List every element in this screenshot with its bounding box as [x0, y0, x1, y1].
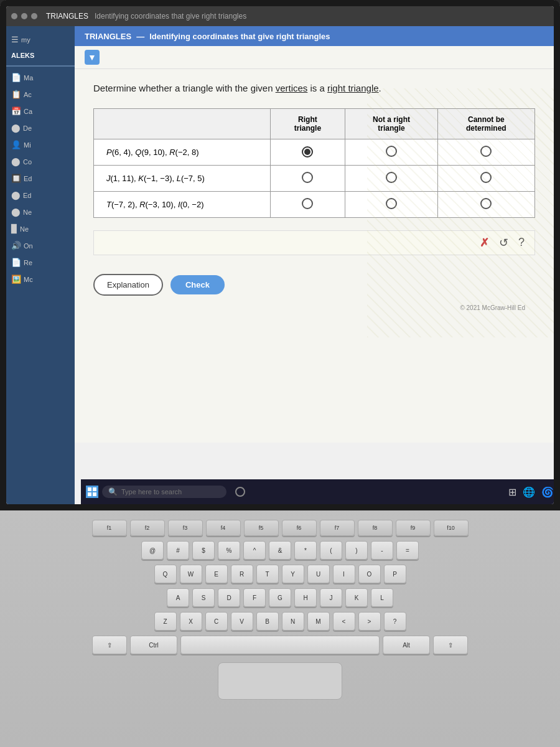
key-x[interactable]: X [180, 612, 202, 631]
key-r[interactable]: R [231, 565, 253, 583]
check-button[interactable]: Check [170, 275, 225, 294]
row3-cannot-cell[interactable] [437, 191, 534, 217]
radio-row1-right[interactable] [302, 146, 313, 157]
row1-right-cell[interactable] [270, 139, 345, 165]
row3-right-cell[interactable] [270, 191, 345, 217]
radio-row3-right[interactable] [302, 198, 313, 209]
key-t[interactable]: T [256, 565, 279, 583]
sidebar-item-leks[interactable]: ALEKS [6, 48, 75, 63]
sidebar-item-ma[interactable]: 📄 Ma [6, 69, 75, 86]
key-o[interactable]: O [358, 565, 381, 583]
taskbar-circle-icon[interactable] [235, 487, 245, 497]
key-f4[interactable]: f4 [206, 520, 241, 536]
windows-start-icon[interactable] [86, 486, 98, 498]
key-b[interactable]: B [256, 612, 279, 631]
radio-row2-cannot[interactable] [480, 172, 492, 183]
undo-icon[interactable]: ↺ [499, 236, 508, 250]
key-parenleft[interactable]: ( [320, 541, 342, 560]
key-j[interactable]: J [320, 588, 342, 607]
key-z[interactable]: Z [154, 612, 177, 631]
key-a[interactable]: A [167, 588, 189, 607]
key-f9[interactable]: f9 [396, 520, 431, 536]
key-f10[interactable]: f10 [434, 520, 469, 536]
key-shift-left[interactable]: ⇧ [92, 636, 127, 654]
key-d[interactable]: D [218, 588, 240, 607]
key-c[interactable]: C [205, 612, 228, 631]
key-caret[interactable]: ^ [243, 541, 266, 560]
sidebar-item-ed1[interactable]: 🔲 Ed [6, 170, 75, 187]
radio-row2-not-right[interactable] [386, 172, 397, 183]
key-lt[interactable]: < [333, 612, 355, 631]
key-u[interactable]: U [307, 565, 330, 583]
key-gt[interactable]: > [358, 612, 381, 631]
key-f6[interactable]: f6 [282, 520, 317, 536]
key-g[interactable]: G [269, 588, 291, 607]
key-f7[interactable]: f7 [320, 520, 355, 536]
key-minus[interactable]: - [371, 541, 393, 560]
row1-not-right-cell[interactable] [345, 139, 437, 165]
taskbar-search-box[interactable]: 🔍 [102, 486, 226, 498]
taskbar-edge-icon[interactable]: 🌀 [541, 486, 554, 498]
key-p[interactable]: P [384, 565, 406, 583]
key-space[interactable] [180, 636, 380, 654]
taskbar-search-input[interactable] [121, 488, 215, 496]
key-f3[interactable]: f3 [168, 520, 203, 536]
key-f5[interactable]: f5 [244, 520, 279, 536]
key-k[interactable]: K [345, 588, 368, 607]
key-l[interactable]: L [371, 588, 393, 607]
key-s[interactable]: S [192, 588, 215, 607]
key-ctrl[interactable]: Ctrl [130, 636, 177, 654]
key-shift-right[interactable]: ⇧ [433, 636, 468, 654]
sidebar-item-re[interactable]: 📄 Re [6, 254, 75, 271]
sidebar-item-ed2[interactable]: ⬤ Ed [6, 187, 75, 204]
sidebar-item-ne2[interactable]: ▉ Ne [6, 220, 75, 237]
sidebar-item-mi[interactable]: 👤 Mi [6, 136, 75, 153]
radio-row3-not-right[interactable] [386, 198, 397, 209]
key-at[interactable]: @ [141, 541, 164, 560]
key-f[interactable]: F [243, 588, 266, 607]
sidebar-item-my[interactable]: ☰ my [6, 31, 75, 48]
key-parenright[interactable]: ) [345, 541, 368, 560]
key-w[interactable]: W [180, 565, 202, 583]
sidebar-item-ac[interactable]: 📋 Ac [6, 86, 75, 103]
row1-cannot-cell[interactable] [437, 139, 534, 165]
sidebar-item-co[interactable]: ⬤ Co [6, 153, 75, 170]
key-f8[interactable]: f8 [358, 520, 393, 536]
row3-not-right-cell[interactable] [345, 191, 437, 217]
key-amp[interactable]: & [269, 541, 291, 560]
key-i[interactable]: I [333, 565, 355, 583]
sidebar-item-ca[interactable]: 📅 Ca [6, 103, 75, 120]
row2-right-cell[interactable] [270, 165, 345, 191]
key-star[interactable]: * [294, 541, 317, 560]
help-icon[interactable]: ? [518, 236, 525, 249]
key-f2[interactable]: f2 [130, 520, 165, 536]
sidebar-item-de[interactable]: ⬤ De [6, 120, 75, 136]
touchpad[interactable] [218, 662, 342, 700]
radio-row2-right[interactable] [302, 172, 313, 183]
dropdown-button[interactable]: ▼ [85, 50, 100, 65]
key-dollar[interactable]: $ [192, 541, 215, 560]
key-v[interactable]: V [231, 612, 253, 631]
row2-not-right-cell[interactable] [345, 165, 437, 191]
key-y[interactable]: Y [282, 565, 304, 583]
key-q[interactable]: Q [154, 565, 177, 583]
key-h[interactable]: H [294, 588, 317, 607]
key-question[interactable]: ? [384, 612, 406, 631]
key-e[interactable]: E [205, 565, 228, 583]
row2-cannot-cell[interactable] [437, 165, 534, 191]
key-equals[interactable]: = [396, 541, 419, 560]
key-m[interactable]: M [307, 612, 330, 631]
key-f1[interactable]: f1 [92, 520, 127, 536]
key-alt[interactable]: Alt [383, 636, 430, 654]
taskbar-browser-icon[interactable]: 🌐 [523, 486, 535, 498]
key-n[interactable]: N [282, 612, 304, 631]
explanation-button[interactable]: Explanation [93, 274, 163, 296]
key-percent[interactable]: % [218, 541, 240, 560]
taskbar-grid-icon[interactable]: ⊞ [508, 486, 516, 498]
sidebar-item-on[interactable]: 🔊 On [6, 237, 75, 254]
sidebar-item-mc[interactable]: 🖼️ Mc [6, 271, 75, 288]
radio-row1-not-right[interactable] [386, 146, 397, 157]
sidebar-item-ne1[interactable]: ⬤ Ne [6, 204, 75, 220]
key-hash[interactable]: # [167, 541, 189, 560]
radio-row1-cannot[interactable] [480, 146, 492, 157]
